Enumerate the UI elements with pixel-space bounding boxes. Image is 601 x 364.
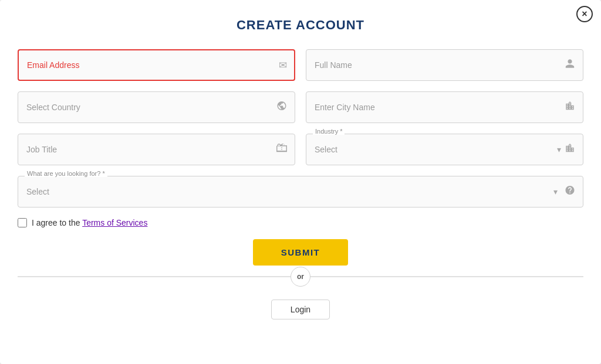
modal-title: CREATE ACCOUNT: [18, 18, 583, 33]
email-field-wrapper: ✉: [18, 49, 295, 81]
form-row-1: ✉: [18, 49, 583, 81]
divider: or: [18, 276, 583, 277]
submit-button[interactable]: SUBMIT: [253, 239, 349, 266]
close-button[interactable]: ×: [576, 6, 593, 22]
country-field-wrapper: [18, 91, 295, 123]
form-row-4: What are you looking for? Select Job Tal…: [18, 176, 583, 207]
industry-label: Industry: [313, 128, 345, 135]
industry-field-wrapper: Industry Select Technology Finance Healt…: [306, 134, 583, 165]
jobtitle-input[interactable]: [18, 134, 295, 165]
fullname-input[interactable]: [306, 49, 583, 81]
email-input[interactable]: [18, 49, 295, 81]
fullname-field-wrapper: [306, 49, 583, 81]
looking-for-select[interactable]: Select Job Talent Partner: [18, 176, 583, 207]
looking-for-field-wrapper: What are you looking for? Select Job Tal…: [18, 176, 583, 207]
country-input[interactable]: [18, 91, 295, 123]
city-field-wrapper: [306, 91, 583, 123]
terms-label: I agree to the Terms of Services: [32, 218, 147, 227]
form-row-3: Industry Select Technology Finance Healt…: [18, 134, 583, 165]
form-row-2: [18, 91, 583, 123]
industry-select[interactable]: Select Technology Finance Healthcare Edu…: [306, 134, 583, 165]
create-account-modal: × CREATE ACCOUNT ✉: [0, 0, 601, 364]
login-button[interactable]: Login: [271, 300, 330, 319]
terms-checkbox[interactable]: [18, 218, 27, 227]
city-input[interactable]: [306, 91, 583, 123]
jobtitle-field-wrapper: [18, 134, 295, 165]
looking-for-label: What are you looking for?: [25, 170, 107, 177]
terms-checkbox-row: I agree to the Terms of Services: [18, 218, 583, 227]
terms-link[interactable]: Terms of Services: [82, 218, 147, 227]
bottom-area: or Login: [18, 276, 583, 319]
or-badge: or: [291, 267, 310, 287]
